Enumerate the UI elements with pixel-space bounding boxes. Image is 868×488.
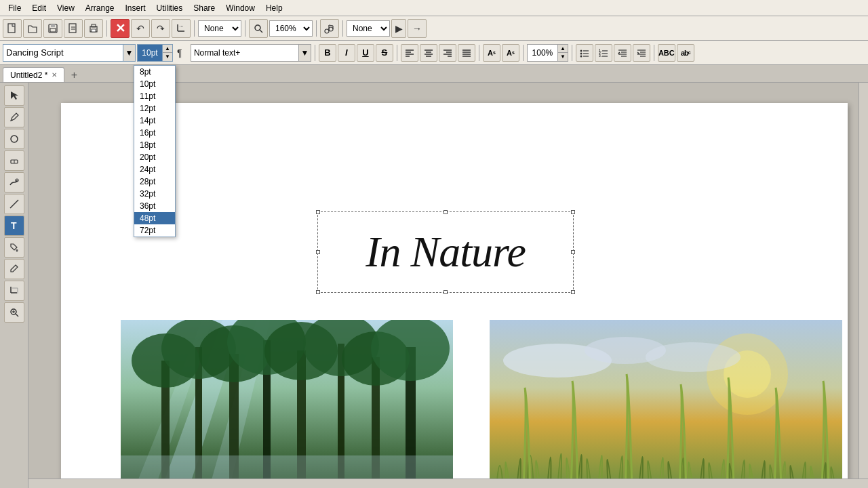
eyedropper-button[interactable] bbox=[4, 259, 24, 279]
canvas-page: In Nature bbox=[61, 103, 848, 488]
size-20pt[interactable]: 20pt bbox=[134, 151, 175, 163]
zoom-percent-display: 100% bbox=[527, 44, 558, 62]
tab-close-button[interactable]: ✕ bbox=[52, 71, 57, 79]
open-button[interactable] bbox=[23, 19, 42, 38]
handle-tl[interactable] bbox=[316, 210, 320, 214]
spell-check-button[interactable]: ABC bbox=[658, 44, 675, 62]
arrow-right-button[interactable]: → bbox=[408, 19, 427, 38]
menu-view[interactable]: View bbox=[52, 2, 80, 14]
font-size-up[interactable]: ▲ bbox=[163, 45, 172, 53]
undo-button[interactable]: ↶ bbox=[131, 19, 150, 38]
redo-button[interactable]: ↷ bbox=[151, 19, 170, 38]
align-center-button[interactable] bbox=[420, 44, 437, 62]
size-28pt[interactable]: 28pt bbox=[134, 176, 175, 188]
sep-fmt6 bbox=[654, 45, 654, 61]
strikethrough-button[interactable]: S bbox=[376, 44, 393, 62]
zoom-fit-button[interactable] bbox=[249, 19, 268, 38]
canvas-title: In Nature bbox=[366, 227, 526, 277]
subscript-button[interactable]: As bbox=[502, 44, 519, 62]
save-button[interactable] bbox=[43, 19, 62, 38]
italic-button[interactable]: I bbox=[338, 44, 355, 62]
vertical-scrollbar[interactable] bbox=[859, 83, 868, 479]
horizontal-scrollbar[interactable] bbox=[28, 479, 868, 488]
font-size-down[interactable]: ▼ bbox=[163, 52, 172, 61]
bullet-list-button[interactable] bbox=[576, 44, 593, 62]
para-style-arrow[interactable]: ▼ bbox=[299, 44, 311, 62]
align-left-button[interactable] bbox=[401, 44, 418, 62]
svg-point-37 bbox=[580, 49, 582, 52]
crop-tool-button[interactable] bbox=[4, 281, 24, 301]
new-tab-button[interactable]: + bbox=[67, 68, 81, 82]
tab-untitled2[interactable]: Untitled2 * ✕ bbox=[3, 67, 64, 82]
new-button[interactable] bbox=[3, 19, 22, 38]
menu-insert[interactable]: Insert bbox=[120, 2, 151, 14]
handle-br[interactable] bbox=[571, 290, 575, 294]
freehand-tool-button[interactable] bbox=[4, 172, 24, 192]
size-11pt[interactable]: 11pt bbox=[134, 90, 175, 102]
decrease-indent-button[interactable] bbox=[614, 44, 631, 62]
zoom-tool-button[interactable] bbox=[4, 302, 24, 323]
size-18pt[interactable]: 18pt bbox=[134, 139, 175, 151]
handle-bl[interactable] bbox=[316, 290, 320, 294]
line-tool-button[interactable] bbox=[4, 194, 24, 214]
text-tool-button[interactable]: T bbox=[4, 216, 24, 236]
menu-help[interactable]: Help bbox=[260, 2, 288, 14]
menu-arrange[interactable]: Arrange bbox=[80, 2, 120, 14]
menu-utilities[interactable]: Utilities bbox=[151, 2, 189, 14]
shape-select[interactable]: None bbox=[198, 20, 241, 37]
handle-bm[interactable] bbox=[443, 290, 448, 294]
size-8pt[interactable]: 8pt bbox=[134, 66, 175, 78]
menu-file[interactable]: File bbox=[3, 2, 26, 14]
underline-button[interactable]: U bbox=[357, 44, 374, 62]
menu-edit[interactable]: Edit bbox=[26, 2, 52, 14]
shape-tool-button[interactable] bbox=[4, 129, 24, 149]
number-list-button[interactable]: 1.2.3. bbox=[595, 44, 612, 62]
handle-ml[interactable] bbox=[316, 250, 320, 254]
para-icon: ¶ bbox=[176, 46, 189, 60]
size-32pt[interactable]: 32pt bbox=[134, 188, 175, 200]
handle-tm[interactable] bbox=[443, 210, 448, 214]
svg-point-39 bbox=[580, 52, 582, 54]
autocorrect-button[interactable]: abc bbox=[677, 44, 694, 62]
zoom-select[interactable]: 160% bbox=[269, 20, 313, 37]
size-10pt[interactable]: 10pt bbox=[134, 78, 175, 90]
export-button[interactable] bbox=[64, 19, 83, 38]
music-button[interactable] bbox=[320, 19, 339, 38]
text-box[interactable]: In Nature bbox=[317, 211, 574, 293]
size-48pt[interactable]: 48pt bbox=[134, 212, 175, 224]
wrap-arrow-button[interactable]: ▶ bbox=[391, 19, 406, 38]
bold-button[interactable]: B bbox=[319, 44, 336, 62]
font-name-label: Dancing Script bbox=[6, 47, 64, 58]
separator3 bbox=[245, 20, 245, 37]
wrap-select[interactable]: None bbox=[347, 20, 390, 37]
print-button[interactable] bbox=[84, 19, 103, 38]
menu-share[interactable]: Share bbox=[188, 2, 220, 14]
zoom-down[interactable]: ▼ bbox=[558, 52, 568, 61]
crop-button[interactable] bbox=[172, 19, 191, 38]
size-72pt[interactable]: 72pt bbox=[134, 224, 175, 237]
handle-tr[interactable] bbox=[571, 210, 575, 214]
arrow-tool-button[interactable] bbox=[4, 85, 24, 106]
font-size-display[interactable]: 10pt bbox=[137, 44, 163, 62]
sep-fmt5 bbox=[572, 45, 572, 61]
font-name-arrow[interactable]: ▼ bbox=[123, 44, 136, 62]
size-16pt[interactable]: 16pt bbox=[134, 127, 175, 139]
size-24pt[interactable]: 24pt bbox=[134, 163, 175, 176]
forest-image[interactable] bbox=[121, 320, 453, 488]
superscript-button[interactable]: As bbox=[483, 44, 500, 62]
handle-mr[interactable] bbox=[571, 250, 575, 254]
size-12pt[interactable]: 12pt bbox=[134, 102, 175, 115]
menu-window[interactable]: Window bbox=[220, 2, 260, 14]
grass-image[interactable] bbox=[490, 320, 842, 488]
size-36pt[interactable]: 36pt bbox=[134, 200, 175, 212]
pencil-tool-button[interactable] bbox=[4, 107, 24, 127]
size-14pt[interactable]: 14pt bbox=[134, 115, 175, 127]
align-right-button[interactable] bbox=[439, 44, 456, 62]
delete-button[interactable]: ✕ bbox=[111, 19, 130, 38]
increase-indent-button[interactable] bbox=[633, 44, 650, 62]
svg-point-15 bbox=[325, 29, 329, 33]
zoom-up[interactable]: ▲ bbox=[558, 45, 568, 53]
paint-bucket-button[interactable] bbox=[4, 237, 24, 258]
eraser-tool-button[interactable] bbox=[4, 150, 24, 171]
justify-button[interactable] bbox=[458, 44, 475, 62]
